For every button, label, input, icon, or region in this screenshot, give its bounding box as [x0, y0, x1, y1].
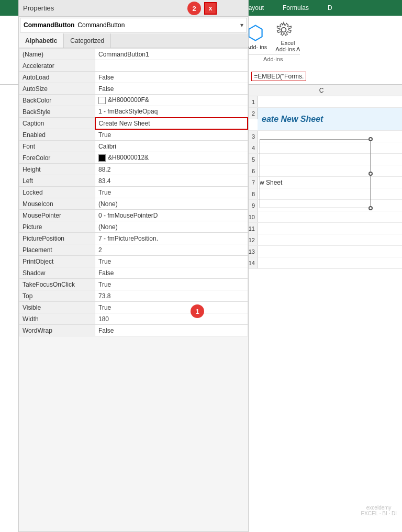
prop-name: WordWrap [19, 325, 95, 336]
prop-name: ForeColor [19, 152, 95, 164]
properties-title: Properties [23, 4, 54, 12]
hex-icon [246, 24, 265, 42]
tab-alphabetic[interactable]: Alphabetic [19, 33, 64, 48]
prop-value[interactable]: False [95, 325, 248, 336]
resize-handle-br[interactable] [368, 206, 373, 210]
prop-value[interactable] [95, 60, 248, 72]
props-table-row[interactable]: Top73.8 [19, 290, 248, 302]
props-table-row[interactable]: Height88.2 [19, 164, 248, 175]
watermark-text: exceldemy [361, 505, 397, 511]
props-table-row[interactable]: ForeColor&H80000012& [19, 152, 248, 164]
tab-categorized[interactable]: Categorized [64, 33, 111, 48]
tab-formulas[interactable]: Formulas [278, 2, 313, 14]
props-table-row[interactable]: Accelerator [19, 60, 248, 72]
close-button[interactable]: x [204, 2, 217, 15]
object-type-dropdown[interactable]: CommandButton CommandButton ▾ [20, 18, 247, 32]
prop-value[interactable]: CommandButton1 [95, 49, 248, 60]
props-table-row[interactable]: MousePointer0 - fmMousePointerD [19, 210, 248, 221]
prop-value[interactable]: True [95, 302, 248, 313]
table-row: 12 [241, 234, 402, 246]
prop-name: Locked [19, 187, 95, 198]
prop-name: PicturePosition [19, 233, 95, 244]
tab-d[interactable]: D [323, 2, 337, 14]
prop-name: AutoLoad [19, 72, 95, 83]
props-table-row[interactable]: AutoSizeFalse [19, 83, 248, 95]
prop-name: Top [19, 290, 95, 302]
properties-tabs: Alphabetic Categorized [19, 33, 248, 48]
props-table-row[interactable]: VisibleTrue [19, 302, 248, 313]
props-table-row[interactable]: EnabledTrue [19, 129, 248, 141]
prop-name: PrintObject [19, 256, 95, 267]
button-caption-partial: eate New Sheet [262, 115, 323, 124]
prop-value[interactable]: True [95, 129, 248, 141]
prop-name: Caption [19, 118, 95, 129]
props-table-row[interactable]: (Name)CommandButton1 [19, 49, 248, 60]
formula-value: =EMBED("Forms. [251, 72, 306, 81]
prop-value[interactable]: 1 - fmBackStyleOpaq [95, 106, 248, 118]
props-table-row[interactable]: CaptionCreate New Sheet [19, 118, 248, 129]
dropdown-arrow-icon: ▾ [240, 21, 243, 29]
prop-value[interactable]: True [95, 256, 248, 267]
props-table-row[interactable]: Left83.4 [19, 175, 248, 187]
props-table-row[interactable]: PrintObjectTrue [19, 256, 248, 267]
prop-value[interactable]: Calibri [95, 141, 248, 152]
prop-name: Height [19, 164, 95, 175]
resize-handle-tr[interactable] [368, 137, 373, 141]
prop-name: AutoSize [19, 83, 95, 95]
prop-value[interactable]: &H8000000F& [95, 95, 248, 106]
props-table-row[interactable]: WordWrapFalse [19, 325, 248, 336]
svg-point-1 [282, 28, 286, 32]
selection-handles [258, 137, 373, 210]
watermark-sub: EXCEL · BI · DI [361, 511, 397, 516]
svg-marker-0 [249, 26, 262, 41]
props-table-row[interactable]: TakeFocusOnClickTrue [19, 279, 248, 290]
prop-name: Left [19, 175, 95, 187]
props-table-row[interactable]: MouseIcon(None) [19, 198, 248, 210]
prop-value[interactable]: False [95, 72, 248, 83]
prop-value[interactable]: False [95, 267, 248, 279]
step-badge-1: 1 [191, 304, 204, 318]
prop-value[interactable]: Create New Sheet [95, 118, 248, 129]
prop-value[interactable]: True [95, 279, 248, 290]
prop-name: Accelerator [19, 60, 95, 72]
prop-value[interactable]: 0 - fmMousePointerD [95, 210, 248, 221]
prop-value[interactable]: (None) [95, 198, 248, 210]
props-table-row[interactable]: Picture(None) [19, 221, 248, 233]
excel-add-ins-button[interactable]: ExcelAdd-ins A [275, 21, 300, 52]
props-table-row[interactable]: ShadowFalse [19, 267, 248, 279]
prop-name: Width [19, 313, 95, 325]
prop-value[interactable]: True [95, 187, 248, 198]
prop-value[interactable]: (None) [95, 221, 248, 233]
props-table-row[interactable]: AutoLoadFalse [19, 72, 248, 83]
props-table-row[interactable]: Width180 [19, 313, 248, 325]
prop-value[interactable]: 88.2 [95, 164, 248, 175]
prop-value[interactable]: 7 - fmPicturePosition. [95, 233, 248, 244]
props-table-row[interactable]: PicturePosition7 - fmPicturePosition. [19, 233, 248, 244]
properties-header: Properties 2 x [19, 0, 248, 17]
gear-icon [275, 21, 292, 38]
properties-table: (Name)CommandButton1AcceleratorAutoLoadF… [19, 48, 248, 336]
table-row: 14 [241, 257, 402, 269]
selection-border [260, 139, 371, 208]
props-table-row[interactable]: BackStyle1 - fmBackStyleOpaq [19, 106, 248, 118]
prop-name: MousePointer [19, 210, 95, 221]
prop-value[interactable]: 83.4 [95, 175, 248, 187]
prop-name: Visible [19, 302, 95, 313]
props-table-row[interactable]: FontCalibri [19, 141, 248, 152]
column-header-c: C [241, 85, 402, 96]
resize-handle-mr[interactable] [368, 172, 373, 176]
prop-value[interactable]: &H80000012& [95, 152, 248, 164]
prop-name: Picture [19, 221, 95, 233]
props-table-row[interactable]: Placement2 [19, 244, 248, 256]
prop-value[interactable]: 73.8 [95, 290, 248, 302]
excel-add-ins-label: ExcelAdd-ins A [275, 40, 300, 52]
prop-value[interactable]: False [95, 83, 248, 95]
prop-value[interactable]: 2 [95, 244, 248, 256]
add-ins-label: Add- ins [246, 44, 267, 50]
properties-panel: Properties 2 x CommandButton CommandButt… [18, 0, 249, 532]
add-ins-button[interactable]: Add- ins [246, 24, 267, 50]
props-table-row[interactable]: BackColor&H8000000F& [19, 95, 248, 106]
add-ins-group: Add- ins ExcelAdd-ins A Add-ins [246, 21, 300, 62]
props-table-row[interactable]: LockedTrue [19, 187, 248, 198]
prop-value[interactable]: 180 [95, 313, 248, 325]
